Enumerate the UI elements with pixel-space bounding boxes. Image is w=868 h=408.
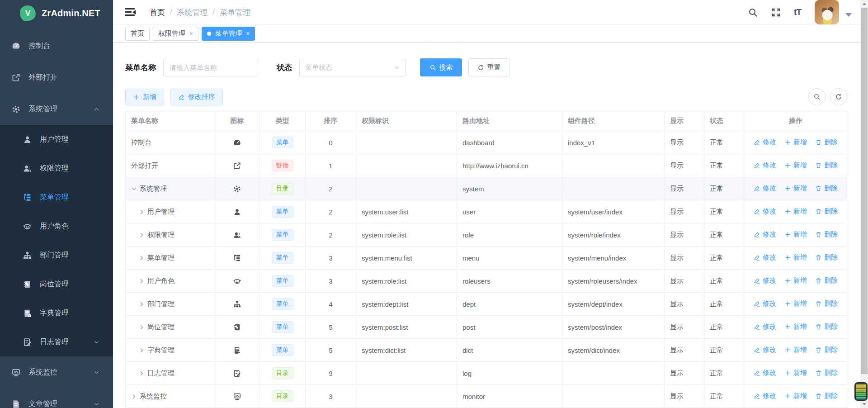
trash-action-link[interactable]: 删除 — [815, 184, 838, 193]
table-row[interactable]: 岗位管理 菜单 5 system:post:list post system/p… — [126, 316, 847, 339]
plus-action-link[interactable]: 新增 — [784, 138, 807, 147]
table-row[interactable]: 字典管理 菜单 5 system:dict:list dict system/d… — [126, 339, 847, 362]
search-button[interactable]: 搜索 — [420, 58, 462, 76]
trash-action-link[interactable]: 删除 — [815, 138, 838, 147]
expand-chevron-right-icon[interactable] — [139, 278, 145, 284]
browser-extension-badge[interactable] — [854, 382, 868, 401]
logo[interactable]: V ZrAdmin.NET — [0, 0, 113, 26]
sidebar-item-org[interactable]: 部门管理 — [0, 241, 113, 270]
edit-action-link[interactable]: 修改 — [754, 184, 776, 193]
scrollbar-thumb[interactable] — [861, 8, 868, 374]
sidebar-item-menutree[interactable]: 菜单管理 — [0, 183, 113, 212]
edit-action-link[interactable]: 修改 — [754, 369, 776, 377]
plus-action-link[interactable]: 新增 — [784, 392, 807, 400]
plus-action-link[interactable]: 新增 — [784, 369, 807, 377]
tab-权限管理[interactable]: 权限管理 × — [153, 27, 198, 41]
sidebar-item-robot[interactable]: 用户角色 — [0, 212, 113, 241]
plus-action-link[interactable]: 新增 — [784, 230, 807, 239]
trash-action-link[interactable]: 删除 — [815, 207, 838, 216]
search-icon[interactable] — [748, 7, 758, 18]
font-size-icon[interactable]: tT — [794, 7, 801, 18]
plus-action-link[interactable]: 新增 — [784, 161, 807, 170]
sidebar-item-user[interactable]: 用户管理 — [0, 125, 113, 154]
table-row[interactable]: 权限管理 菜单 2 system:role:list role system/r… — [126, 223, 847, 247]
edit-action-link[interactable]: 修改 — [754, 276, 776, 285]
plus-action-link[interactable]: 新增 — [784, 253, 807, 262]
table-row[interactable]: 用户角色 菜单 3 system:role:list roleusers sys… — [126, 270, 847, 293]
chevron-down-icon[interactable] — [845, 13, 852, 17]
edit-action-link[interactable]: 修改 — [754, 207, 776, 216]
trash-action-link[interactable]: 删除 — [815, 276, 838, 285]
edit-sort-button[interactable]: 修改排序 — [170, 89, 223, 105]
table-row[interactable]: 部门管理 菜单 4 system:dept:list dept system/d… — [126, 293, 847, 316]
tab-菜单管理[interactable]: 菜单管理 × — [202, 27, 255, 41]
edit-action-link[interactable]: 修改 — [754, 323, 776, 331]
trash-icon — [815, 323, 822, 330]
table-row[interactable]: 日志管理 目录 9 log 显示 正常 修改新增删除 — [126, 362, 847, 385]
trash-action-link[interactable]: 删除 — [815, 323, 838, 331]
plus-action-link[interactable]: 新增 — [784, 346, 807, 354]
page-scrollbar[interactable] — [860, 0, 868, 408]
sidebar-item-log[interactable]: 日志管理 — [0, 327, 113, 356]
close-icon[interactable]: × — [246, 30, 250, 37]
route-value: roleusers — [457, 270, 562, 293]
tab-首页[interactable]: 首页 × — [125, 27, 150, 41]
sidebar-item-badge[interactable]: 岗位管理 — [0, 270, 113, 299]
trash-action-link[interactable]: 删除 — [815, 161, 838, 170]
sidebar-item-dashboard[interactable]: 控制台 — [0, 30, 113, 62]
refresh-button[interactable] — [830, 88, 847, 105]
table-row[interactable]: 控制台 菜单 0 dashboard index_v1 显示 正常 修改新增删除 — [126, 131, 847, 154]
sidebar-item-gear[interactable]: 系统管理 — [0, 93, 113, 125]
trash-action-link[interactable]: 删除 — [815, 230, 838, 239]
edit-action-link[interactable]: 修改 — [754, 299, 776, 308]
table-row[interactable]: 系统监控 目录 3 monitor 显示 正常 修改新增删除 — [126, 385, 847, 408]
menutree-icon — [233, 254, 241, 262]
expand-chevron-right-icon[interactable] — [139, 370, 145, 376]
table-row[interactable]: 用户管理 菜单 2 system:user:list user system/u… — [126, 200, 847, 223]
sidebar-item-monitor[interactable]: 系统监控 — [0, 356, 113, 388]
edit-action-link[interactable]: 修改 — [754, 346, 776, 354]
expand-chevron-right-icon[interactable] — [131, 394, 137, 399]
table-row[interactable]: 外部打开 链接 1 http://www.izhaorui.cn 显示 正常 修… — [126, 154, 847, 177]
reset-button[interactable]: 重置 — [468, 58, 509, 76]
fullscreen-icon[interactable] — [771, 7, 781, 18]
plus-action-link[interactable]: 新增 — [784, 276, 807, 285]
plus-action-link[interactable]: 新增 — [784, 323, 807, 331]
scroll-up-arrow-icon[interactable] — [860, 0, 868, 8]
expand-chevron-right-icon[interactable] — [139, 347, 145, 353]
trash-action-link[interactable]: 删除 — [815, 392, 838, 400]
edit-action-link[interactable]: 修改 — [754, 161, 776, 170]
plus-action-link[interactable]: 新增 — [784, 299, 807, 308]
add-button[interactable]: 新增 — [125, 89, 164, 105]
sidebar-item-external[interactable]: 外部打开 — [0, 62, 113, 93]
close-icon[interactable]: × — [189, 30, 193, 37]
status-select[interactable]: 菜单状态 — [299, 59, 406, 76]
edit-action-link[interactable]: 修改 — [754, 392, 776, 400]
expand-chevron-right-icon[interactable] — [139, 255, 145, 261]
expand-chevron-right-icon[interactable] — [139, 324, 145, 330]
sidebar-item-users[interactable]: 权限管理 — [0, 154, 113, 183]
table-row[interactable]: 菜单管理 菜单 3 system:menu:list menu system/m… — [126, 247, 847, 270]
trash-action-link[interactable]: 删除 — [815, 346, 838, 354]
trash-action-link[interactable]: 删除 — [815, 253, 838, 262]
table-row[interactable]: 系统管理 目录 2 system 显示 正常 修改新增删除 — [126, 177, 847, 200]
scroll-down-arrow-icon[interactable] — [860, 400, 868, 408]
expand-chevron-right-icon[interactable] — [139, 232, 145, 238]
sidebar-item-dict[interactable]: 字典管理 — [0, 299, 113, 327]
sidebar-collapse-icon[interactable] — [125, 8, 136, 17]
trash-action-link[interactable]: 删除 — [815, 299, 838, 308]
expand-chevron-right-icon[interactable] — [139, 209, 145, 215]
edit-action-link[interactable]: 修改 — [754, 138, 776, 147]
show-search-button[interactable] — [808, 88, 826, 105]
edit-action-link[interactable]: 修改 — [754, 230, 776, 239]
plus-action-link[interactable]: 新增 — [784, 184, 807, 193]
expand-chevron-down-icon[interactable] — [131, 186, 137, 192]
sidebar-item-article[interactable]: 文章管理 — [0, 388, 113, 408]
expand-chevron-right-icon[interactable] — [139, 301, 145, 307]
plus-action-link[interactable]: 新增 — [784, 207, 807, 216]
trash-action-link[interactable]: 删除 — [815, 369, 838, 377]
avatar[interactable] — [815, 0, 839, 24]
menu-name-input[interactable] — [163, 59, 258, 76]
edit-action-link[interactable]: 修改 — [754, 253, 776, 262]
breadcrumb-item[interactable]: 首页 — [150, 7, 165, 18]
